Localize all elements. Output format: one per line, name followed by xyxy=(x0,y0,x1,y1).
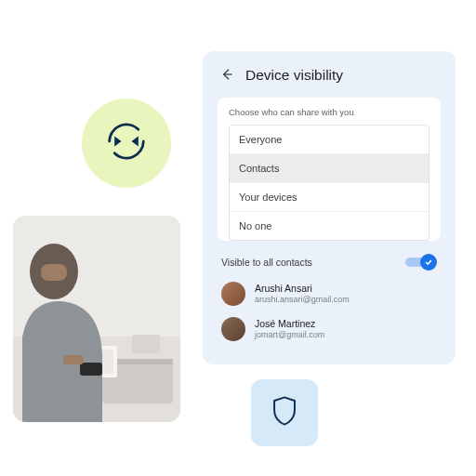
option-no-one[interactable]: No one xyxy=(230,212,429,240)
visible-to-contacts-row: Visible to all contacts xyxy=(218,254,441,276)
visibility-card: Choose who can share with you Everyone C… xyxy=(218,98,441,241)
back-arrow-icon xyxy=(219,67,234,85)
check-icon xyxy=(424,254,433,271)
contact-row[interactable]: José Martinez jomart@gmail.com xyxy=(218,311,441,347)
visibility-option-list: Everyone Contacts Your devices No one xyxy=(229,125,430,241)
panel-header: Device visibility xyxy=(218,66,441,85)
contact-text: Arushi Ansari arushi.ansari@gmail.com xyxy=(255,283,350,305)
avatar xyxy=(221,282,245,306)
transfer-badge xyxy=(82,99,171,188)
contact-name: Arushi Ansari xyxy=(255,283,350,295)
svg-rect-10 xyxy=(63,355,84,364)
option-contacts[interactable]: Contacts xyxy=(230,154,429,183)
visible-toggle[interactable] xyxy=(405,254,437,271)
avatar xyxy=(221,317,245,341)
contact-email: arushi.ansari@gmail.com xyxy=(255,295,350,305)
panel-title: Device visibility xyxy=(245,67,343,84)
svg-rect-8 xyxy=(41,264,67,281)
contact-row[interactable]: Arushi Ansari arushi.ansari@gmail.com xyxy=(218,276,441,311)
option-everyone[interactable]: Everyone xyxy=(230,126,429,154)
contact-email: jomart@gmail.com xyxy=(255,330,324,340)
contact-text: José Martinez jomart@gmail.com xyxy=(255,318,324,340)
svg-rect-6 xyxy=(132,335,160,353)
option-your-devices[interactable]: Your devices xyxy=(230,183,429,212)
svg-rect-9 xyxy=(80,363,102,376)
transfer-icon xyxy=(106,121,147,165)
visible-to-contacts-label: Visible to all contacts xyxy=(221,257,312,268)
shield-icon xyxy=(271,395,298,430)
shield-tile xyxy=(251,379,318,446)
back-button[interactable] xyxy=(218,66,236,85)
contact-name: José Martinez xyxy=(255,318,324,330)
option-prompt: Choose who can share with you xyxy=(229,107,430,117)
device-visibility-panel: Device visibility Choose who can share w… xyxy=(203,51,456,364)
lifestyle-photo xyxy=(13,216,180,422)
